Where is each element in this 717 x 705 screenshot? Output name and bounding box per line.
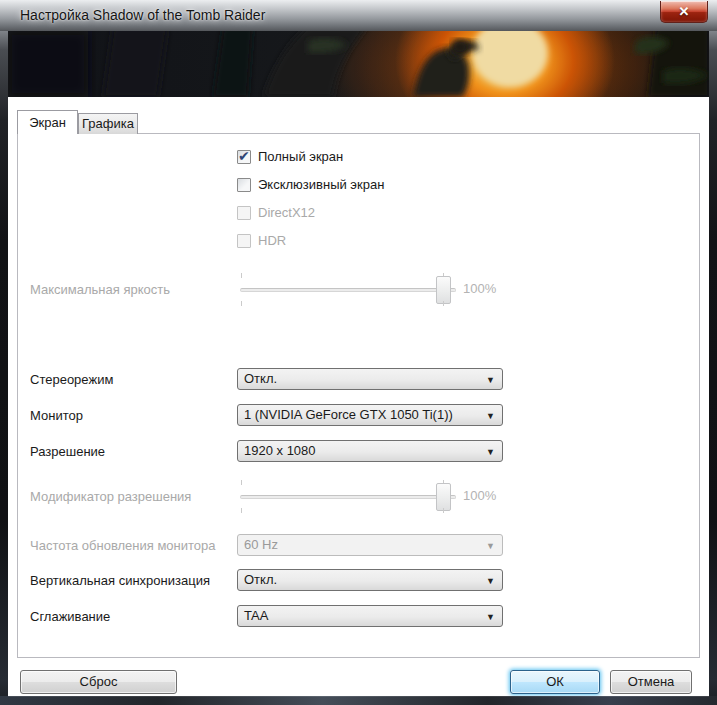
vsync-dropdown[interactable]: Откл. ▼ — [237, 569, 503, 591]
tab-screen[interactable]: Экран — [17, 110, 78, 134]
slider-thumb — [436, 483, 451, 511]
monitor-label: Монитор — [30, 407, 83, 425]
hdr-checkbox — [237, 234, 251, 248]
slider-track — [240, 288, 456, 292]
fullscreen-checkbox[interactable]: ✔ — [237, 150, 251, 164]
checkmark-icon: ✔ — [238, 148, 250, 164]
resolution-dropdown[interactable]: 1920 x 1080 ▼ — [237, 440, 503, 462]
reset-button[interactable]: Сброс — [20, 670, 177, 694]
game-banner-art — [8, 31, 709, 97]
slider-tick — [241, 508, 242, 513]
stereo-mode-value: Откл. — [244, 371, 277, 386]
refresh-rate-label: Частота обновления монитора — [30, 537, 216, 555]
fullscreen-checkbox-label[interactable]: Полный экран — [258, 148, 343, 166]
cancel-button[interactable]: Отмена — [610, 670, 692, 694]
slider-thumb — [436, 276, 451, 304]
slider-track — [240, 495, 456, 499]
monitor-value: 1 (NVIDIA GeForce GTX 1050 Ti(1)) — [244, 407, 453, 422]
slider-tick — [241, 301, 242, 306]
window-title: Настройка Shadow of the Tomb Raider — [20, 7, 265, 23]
exclusive-screen-checkbox-label[interactable]: Эксклюзивный экран — [258, 176, 384, 194]
slider-tick — [241, 273, 242, 278]
slider-tick — [443, 301, 444, 306]
slider-tick — [241, 480, 242, 485]
stereo-mode-label: Стереорежим — [30, 371, 113, 389]
antialiasing-value: TAA — [244, 608, 268, 623]
directx12-checkbox-label: DirectX12 — [258, 204, 315, 222]
chevron-down-icon: ▼ — [486, 406, 495, 426]
resolution-label: Разрешение — [30, 443, 105, 461]
vsync-label: Вертикальная синхронизация — [30, 572, 210, 590]
ok-button[interactable]: ОК — [510, 670, 600, 694]
monitor-dropdown[interactable]: 1 (NVIDIA GeForce GTX 1050 Ti(1)) ▼ — [237, 404, 503, 426]
close-icon: ✕ — [661, 1, 707, 22]
chevron-down-icon: ▼ — [486, 571, 495, 591]
hdr-checkbox-label: HDR — [258, 232, 286, 250]
dialog-body: Экран Графика ✔ Полный экран Эксклюзивны… — [8, 97, 709, 697]
titlebar[interactable]: Настройка Shadow of the Tomb Raider ✕ — [0, 0, 717, 31]
stereo-mode-dropdown[interactable]: Откл. ▼ — [237, 368, 503, 390]
resolution-modifier-label: Модификатор разрешения — [30, 488, 191, 506]
vsync-value: Откл. — [244, 572, 277, 587]
chevron-down-icon: ▼ — [486, 442, 495, 462]
max-brightness-value: 100% — [463, 281, 496, 296]
resolution-modifier-value: 100% — [463, 488, 496, 503]
chevron-down-icon: ▼ — [486, 536, 495, 556]
resolution-value: 1920 x 1080 — [244, 443, 316, 458]
refresh-rate-dropdown: 60 Hz ▼ — [237, 534, 503, 556]
max-brightness-label: Максимальная яркость — [30, 281, 170, 299]
tab-graphics[interactable]: Графика — [78, 113, 138, 134]
antialiasing-label: Сглаживание — [30, 608, 110, 626]
antialiasing-dropdown[interactable]: TAA ▼ — [237, 605, 503, 627]
chevron-down-icon: ▼ — [486, 607, 495, 627]
exclusive-screen-checkbox[interactable] — [237, 178, 251, 192]
chevron-down-icon: ▼ — [486, 370, 495, 390]
settings-window: Настройка Shadow of the Tomb Raider ✕ — [0, 0, 717, 705]
directx12-checkbox — [237, 206, 251, 220]
close-button[interactable]: ✕ — [660, 1, 708, 23]
refresh-rate-value: 60 Hz — [244, 537, 278, 552]
slider-tick — [443, 508, 444, 513]
window-frame-bottom — [0, 696, 717, 705]
